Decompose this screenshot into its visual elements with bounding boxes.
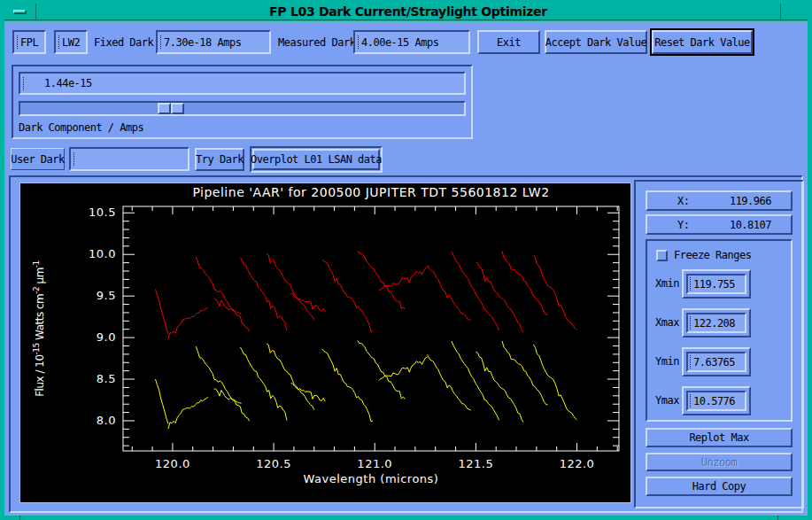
ymax-field-frame: 10.5776 [682,386,751,415]
xmax-field[interactable]: 122.208 [686,313,746,333]
freeze-ranges-checkbox[interactable] [656,250,668,261]
overplot-default-ring: Overplot L01 LSAN data [250,146,383,173]
ymin-label: Ymin [655,355,679,368]
svg-text:Wavelength (microns): Wavelength (microns) [304,472,439,485]
freeze-ranges-row: Freeze Ranges [656,249,751,261]
svg-text:122.0: 122.0 [560,457,595,470]
svg-text:120.5: 120.5 [256,457,291,470]
x-readout-label: X: [677,195,689,207]
svg-text:121.5: 121.5 [459,457,494,470]
text-cursor-icon [160,35,161,49]
xmax-field-frame: 122.208 [682,308,751,338]
measured-dark-field[interactable]: 4.00e-15 Amps [353,30,470,54]
user-dark-field[interactable] [69,147,189,171]
title-bar: FP L03 Dark Current/Straylight Optimizer [4,4,808,20]
xmin-field[interactable]: 119.755 [686,274,746,294]
text-cursor-icon [690,394,691,407]
try-dark-button[interactable]: Try Dark [195,148,244,171]
reset-focus-ring: Reset Dark Value [650,28,754,56]
dark-component-label: Dark Component / Amps [19,121,143,134]
measured-dark-label: Measured Dark [278,36,355,49]
frame-joint-right [777,516,778,520]
spectrum-plot[interactable]: 120.0120.5121.0121.5122.0Wavelength (mic… [20,183,630,502]
app-window: FP L03 Dark Current/Straylight Optimizer… [0,0,812,520]
svg-text:8.0: 8.0 [97,414,116,427]
x-readout-value: 119.966 [730,195,771,207]
window-menu-icon [13,10,27,14]
hard-copy-button[interactable]: Hard Copy [646,477,793,496]
freeze-ranges-label: Freeze Ranges [674,249,751,261]
spectrum-plot-area[interactable]: 120.0120.5121.0121.5122.0Wavelength (mic… [19,182,631,503]
text-cursor-icon [690,355,691,369]
text-cursor-icon [73,152,74,166]
user-dark-button[interactable]: User Dark [11,148,65,170]
svg-text:120.0: 120.0 [155,457,190,470]
client-area: FPL LW2 Fixed Dark 7.30e-18 Amps Measure… [4,21,808,516]
svg-text:Pipeline 'AAR' for 200500 JUPI: Pipeline 'AAR' for 200500 JUPITER TDT 55… [192,185,549,199]
fixed-dark-label: Fixed Dark [94,36,153,49]
window-menu-button[interactable] [4,4,36,20]
xmin-field-frame: 119.755 [682,269,751,299]
ymin-row: Ymin 7.63765 [647,347,791,376]
svg-text:9.0: 9.0 [97,330,116,344]
ymax-row: Ymax 10.5776 [647,386,791,415]
lw2-field[interactable]: LW2 [54,30,88,54]
unzoom-button[interactable]: Unzoom [646,453,793,471]
svg-text:10.0: 10.0 [89,247,116,260]
accept-dark-value-button[interactable]: Accept Dark Value [545,30,647,54]
fpl-field[interactable]: FPL [12,30,46,54]
titlebar-joint [780,4,781,20]
ymax-label: Ymax [655,394,679,407]
xmin-row: Xmin 119.755 [647,269,791,299]
dark-component-field[interactable]: 1.44e-15 [19,72,466,95]
ranges-frame: Freeze Ranges Xmin 119.755 Xmax [646,239,793,422]
ymin-field[interactable]: 7.63765 [686,352,746,372]
y-readout-value: 10.8107 [730,219,771,231]
xmax-label: Xmax [655,316,679,329]
text-cursor-icon [690,316,691,330]
svg-text:Flux / 10-15​ Watts cm-2​ μm: Flux / 10-15​ Watts cm-2​ μm-1​ [32,260,46,397]
text-cursor-icon [58,35,59,49]
plot-control-panel: X: 119.966 Y: 10.8107 Freeze Ranges Xmin [634,180,804,508]
text-cursor-icon [358,35,359,49]
ymin-field-frame: 7.63765 [682,347,751,376]
fixed-dark-field[interactable]: 7.30e-18 Amps [156,30,271,54]
slider-thumb[interactable] [158,103,184,114]
reset-dark-value-button[interactable]: Reset Dark Value [652,30,753,54]
xmin-label: Xmin [655,277,679,290]
svg-text:121.0: 121.0 [357,457,392,470]
svg-text:9.5: 9.5 [97,289,116,302]
dark-component-slider[interactable] [19,101,466,116]
text-cursor-icon [690,277,691,291]
cursor-y-readout: Y: 10.8107 [646,214,793,235]
text-cursor-icon [17,35,18,49]
text-cursor-icon [23,77,24,90]
y-readout-label: Y: [677,219,689,231]
svg-text:8.5: 8.5 [97,372,116,385]
frame-joint-left [19,516,20,520]
slider-thumb-cell [158,103,171,114]
slider-thumb-cell [171,103,184,114]
dark-component-panel: 1.44e-15 Dark Component / Amps [12,65,473,139]
replot-max-button[interactable]: Replot Max [646,428,793,447]
overplot-l01-lsan-button[interactable]: Overplot L01 LSAN data [252,149,380,170]
ymax-field[interactable]: 10.5776 [686,391,746,411]
window-title: FP L03 Dark Current/Straylight Optimizer [36,4,780,19]
xmax-row: Xmax 122.208 [647,308,791,338]
svg-text:10.5: 10.5 [89,206,116,219]
exit-button[interactable]: Exit [477,30,540,54]
cursor-x-readout: X: 119.966 [646,190,793,211]
